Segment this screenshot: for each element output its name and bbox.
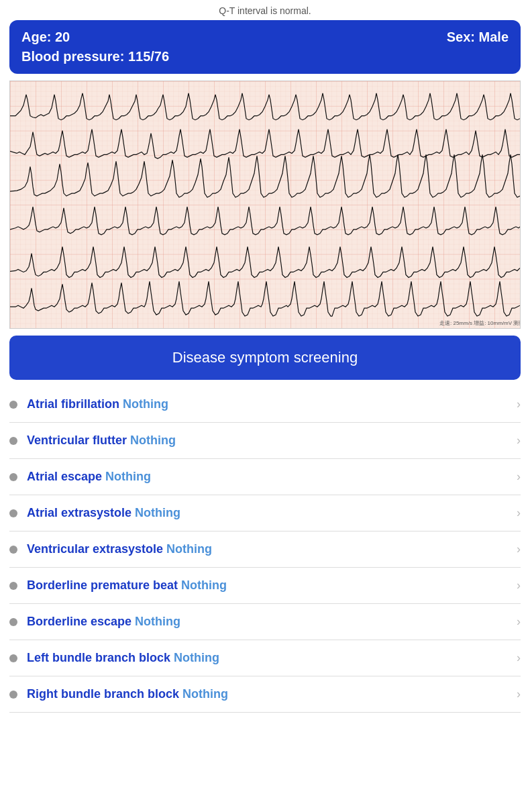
symptom-dot	[9, 691, 17, 699]
qt-interval-text: Q-T interval is normal.	[219, 5, 311, 16]
chevron-right-icon: ›	[517, 542, 521, 556]
symptom-dot	[9, 473, 17, 481]
symptom-item[interactable]: Borderline premature beat Nothing›	[9, 568, 521, 604]
symptom-list: Atrial fibrillation Nothing›Ventricular …	[9, 387, 521, 713]
symptom-item[interactable]: Right bundle branch block Nothing›	[9, 676, 521, 713]
symptom-dot	[9, 509, 17, 517]
patient-sex: Sex: Male	[447, 30, 509, 45]
symptom-status: Nothing	[166, 542, 212, 556]
symptom-status: Nothing	[135, 506, 180, 519]
chevron-right-icon: ›	[517, 651, 521, 665]
patient-age: Age: 20	[21, 30, 70, 45]
symptom-dot	[9, 437, 17, 445]
chevron-right-icon: ›	[517, 434, 521, 448]
symptom-status: Nothing	[105, 470, 151, 483]
symptom-text: Ventricular extrasystole Nothing	[27, 542, 511, 556]
symptom-item[interactable]: Atrial extrasystole Nothing›	[9, 495, 521, 531]
phone-container: Q-T interval is normal. Age: 20 Sex: Mal…	[0, 0, 530, 812]
symptom-item[interactable]: Borderline escape Nothing›	[9, 604, 521, 640]
svg-text:走速: 25mm/s 增益: 10mm/mV 测量时间: 2: 走速: 25mm/s 增益: 10mm/mV 测量时间: 2019-04-02 …	[439, 320, 520, 326]
chevron-right-icon: ›	[517, 687, 521, 701]
symptom-text: Ventricular flutter Nothing	[27, 434, 511, 448]
symptom-text: Atrial escape Nothing	[27, 470, 511, 484]
symptom-status: Nothing	[181, 578, 227, 592]
chevron-right-icon: ›	[517, 578, 521, 593]
symptom-status: Nothing	[174, 651, 219, 664]
chevron-right-icon: ›	[517, 397, 521, 411]
symptom-item[interactable]: Atrial fibrillation Nothing›	[9, 387, 521, 423]
symptom-dot	[9, 582, 17, 590]
symptom-text: Left bundle branch block Nothing	[27, 651, 511, 665]
chevron-right-icon: ›	[517, 615, 521, 629]
patient-info-card: Age: 20 Sex: Male Blood pressure: 115/76	[9, 20, 521, 74]
symptom-item[interactable]: Ventricular flutter Nothing›	[9, 423, 521, 459]
chevron-right-icon: ›	[517, 506, 521, 520]
symptom-text: Borderline escape Nothing	[27, 615, 511, 629]
symptom-dot	[9, 618, 17, 626]
symptom-item[interactable]: Left bundle branch block Nothing›	[9, 640, 521, 676]
symptom-dot	[9, 654, 17, 662]
symptom-status: Nothing	[135, 615, 180, 628]
symptom-status: Nothing	[123, 397, 168, 411]
symptom-status: Nothing	[182, 687, 228, 701]
ecg-strip: 走速: 25mm/s 增益: 10mm/mV 测量时间: 2019-04-02 …	[9, 81, 521, 329]
top-bar: Q-T interval is normal.	[0, 0, 530, 20]
symptom-text: Right bundle branch block Nothing	[27, 687, 511, 701]
symptom-dot	[9, 546, 17, 554]
symptom-text: Borderline premature beat Nothing	[27, 578, 511, 593]
symptom-text: Atrial fibrillation Nothing	[27, 397, 511, 411]
symptom-item[interactable]: Atrial escape Nothing›	[9, 459, 521, 495]
symptom-status: Nothing	[130, 434, 176, 447]
disease-screening-button[interactable]: Disease symptom screening	[9, 336, 521, 380]
patient-info-row: Age: 20 Sex: Male	[21, 30, 509, 45]
symptom-text: Atrial extrasystole Nothing	[27, 506, 511, 520]
symptom-dot	[9, 401, 17, 409]
symptom-item[interactable]: Ventricular extrasystole Nothing›	[9, 531, 521, 568]
patient-bp: Blood pressure: 115/76	[21, 49, 509, 64]
chevron-right-icon: ›	[517, 470, 521, 484]
